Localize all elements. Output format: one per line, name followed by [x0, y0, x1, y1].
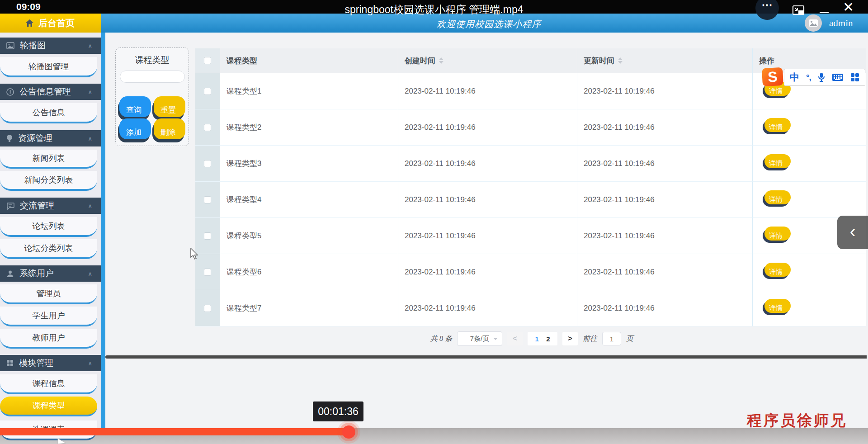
reset-button[interactable]: 重置	[152, 99, 184, 120]
sort-icon[interactable]	[439, 57, 443, 64]
sidebar-item-forum-category-list[interactable]: 论坛分类列表	[0, 239, 97, 259]
username[interactable]: admin	[829, 18, 853, 29]
sidebar-section-carousel[interactable]: 轮播图 ∧	[0, 38, 101, 54]
sidebar: 轮播图 ∧ 轮播图管理 公告信息管理 ∧ 公告信息 资源管理 ∧	[0, 33, 105, 444]
toolbox-grid-icon[interactable]	[850, 73, 859, 82]
sort-icon[interactable]	[618, 57, 623, 64]
detail-button[interactable]: 详情	[763, 156, 789, 170]
column-header-created[interactable]: 创建时间	[398, 48, 577, 73]
play-icon[interactable]	[57, 438, 68, 444]
sidebar-item-announcement-info[interactable]: 公告信息	[0, 103, 97, 123]
next-page-button[interactable]: >	[562, 332, 578, 345]
checkbox-cell	[195, 109, 220, 146]
video-progress-bar[interactable]	[0, 428, 351, 435]
row-checkbox[interactable]	[204, 124, 211, 131]
select-all-checkbox[interactable]	[204, 57, 211, 64]
minimize-button[interactable]	[820, 12, 829, 13]
detail-button[interactable]: 详情	[763, 193, 789, 207]
microphone-icon[interactable]	[818, 72, 825, 82]
table-row: 课程类型4 2023-02-11 10:19:46 2023-02-11 10:…	[195, 182, 866, 218]
sidebar-section-system-users[interactable]: 系统用户 ∧	[0, 265, 101, 282]
sidebar-item-forum-list[interactable]: 论坛列表	[0, 217, 97, 237]
page-numbers: 1 2	[528, 332, 557, 345]
type-cell: 课程类型7	[220, 290, 398, 326]
type-cell: 课程类型2	[220, 109, 398, 146]
checkbox-cell	[195, 73, 220, 109]
chevron-up-icon: ∧	[88, 89, 92, 95]
created-cell: 2023-02-11 10:19:46	[398, 218, 577, 254]
sidebar-item-carousel-manage[interactable]: 轮播图管理	[0, 57, 97, 77]
detail-button[interactable]: 详情	[763, 120, 789, 134]
video-progress-knob[interactable]	[342, 425, 355, 439]
collapse-drawer-tab[interactable]: ‹	[837, 216, 868, 249]
updated-cell: 2023-02-11 10:19:46	[577, 218, 753, 254]
sidebar-item-student-users[interactable]: 学生用户	[0, 307, 97, 326]
sidebar-section-announcement[interactable]: 公告信息管理 ∧	[0, 84, 101, 100]
created-cell: 2023-02-11 10:19:46	[398, 146, 577, 182]
sidebar-item-home[interactable]: 后台首页	[0, 14, 101, 33]
sidebar-item-news-category-list[interactable]: 新闻分类列表	[0, 171, 97, 191]
search-buttons: 查询 重置 添加 删除	[118, 99, 184, 142]
sidebar-item-label: 轮播图管理	[28, 61, 69, 72]
sidebar-section-communication[interactable]: 交流管理 ∧	[0, 198, 101, 214]
ime-strip: 中 °,	[784, 69, 865, 86]
sogou-logo-icon[interactable]: S	[762, 67, 783, 86]
ime-punctuation-toggle[interactable]: °,	[806, 72, 811, 82]
row-checkbox[interactable]	[204, 269, 211, 276]
content-bottom-divider	[105, 355, 867, 359]
column-label: 操作	[759, 56, 774, 66]
pip-icon	[792, 5, 805, 16]
sidebar-section-modules[interactable]: 模块管理 ∧	[0, 355, 101, 371]
chevron-up-icon: ∧	[88, 43, 92, 49]
add-button[interactable]: 添加	[118, 122, 150, 142]
keyboard-icon[interactable]	[832, 73, 844, 81]
row-checkbox[interactable]	[204, 196, 211, 203]
page-1[interactable]: 1	[535, 335, 538, 343]
row-checkbox[interactable]	[204, 232, 211, 240]
avatar[interactable]	[805, 14, 822, 32]
clock: 09:09	[16, 1, 41, 12]
type-cell: 课程类型6	[220, 254, 398, 290]
course-type-input[interactable]	[120, 71, 185, 83]
avatar-image-icon	[808, 19, 818, 27]
close-button[interactable]: ✕	[843, 0, 854, 14]
goto-page-input[interactable]	[602, 332, 621, 345]
home-icon	[25, 19, 34, 27]
type-cell: 课程类型5	[220, 218, 398, 254]
row-checkbox[interactable]	[204, 160, 211, 167]
sidebar-item-course-info[interactable]: 课程信息	[0, 374, 97, 394]
header-checkbox-cell	[195, 48, 220, 73]
table-row: 课程类型6 2023-02-11 10:19:46 2023-02-11 10:…	[195, 254, 866, 290]
sidebar-item-label: 论坛列表	[33, 221, 65, 231]
page-size-select[interactable]: 7条/页	[457, 331, 502, 346]
mouse-cursor	[190, 248, 199, 262]
prev-page-button[interactable]: <	[507, 332, 523, 345]
sidebar-item-course-type-active[interactable]: 课程类型	[0, 397, 97, 416]
row-checkbox[interactable]	[204, 305, 211, 312]
ime-language-toggle[interactable]: 中	[790, 71, 799, 84]
row-checkbox[interactable]	[204, 88, 211, 95]
section-label: 系统用户	[19, 268, 54, 279]
updated-cell: 2023-02-11 10:19:46	[577, 109, 753, 146]
actions-cell: 详情	[753, 290, 866, 326]
pip-button[interactable]	[792, 5, 805, 18]
type-cell: 课程类型4	[220, 182, 398, 218]
query-button[interactable]: 查询	[118, 99, 150, 120]
table-row: 课程类型3 2023-02-11 10:19:46 2023-02-11 10:…	[195, 146, 866, 182]
sidebar-item-teacher-users[interactable]: 教师用户	[0, 329, 97, 349]
detail-button[interactable]: 详情	[763, 301, 789, 315]
delete-button[interactable]: 删除	[152, 122, 184, 142]
sidebar-item-news-list[interactable]: 新闻列表	[0, 150, 97, 169]
section-label: 模块管理	[19, 357, 53, 369]
sidebar-item-admins[interactable]: 管理员	[0, 284, 97, 304]
detail-button[interactable]: 详情	[763, 229, 789, 243]
column-header-updated[interactable]: 更新时间	[577, 48, 753, 73]
updated-cell: 2023-02-11 10:19:46	[577, 73, 753, 109]
created-cell: 2023-02-11 10:19:46	[398, 182, 577, 218]
detail-button[interactable]: 详情	[763, 265, 789, 279]
more-icon: ⋯	[762, 0, 773, 11]
section-label: 公告信息管理	[19, 86, 71, 98]
goto-label: 前往	[583, 334, 597, 344]
sidebar-section-resources[interactable]: 资源管理 ∧	[0, 130, 101, 146]
page-2[interactable]: 2	[546, 335, 550, 343]
